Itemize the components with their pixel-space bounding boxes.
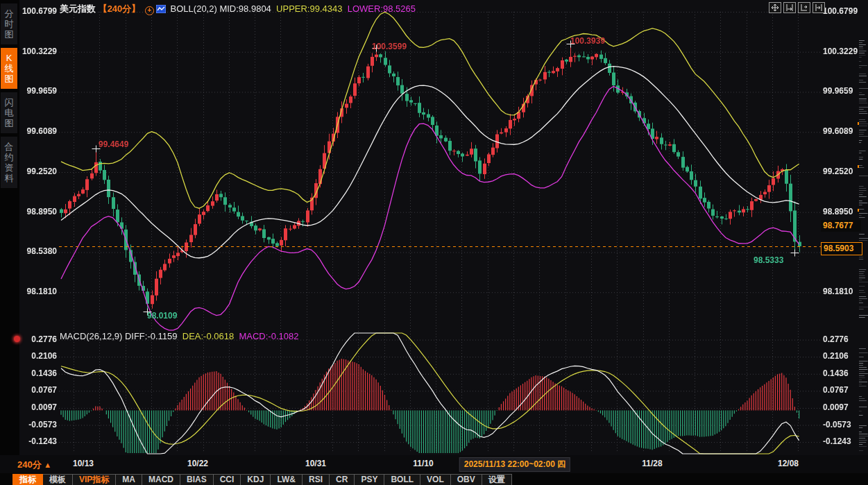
- price-tick-left: 99.9659: [21, 86, 57, 96]
- price-tick-right: 99.6089: [823, 126, 853, 136]
- sidebar-tab-闪电图[interactable]: 闪电图: [1, 92, 17, 133]
- sidebar-tab-分时图[interactable]: 分时图: [1, 3, 17, 44]
- price-tick-right: 100.3229: [823, 46, 858, 56]
- macd-tick-left: 0.2106: [21, 351, 57, 361]
- macd-tick-left: 0.0767: [21, 385, 57, 395]
- macd-tick-left: 0.2776: [21, 334, 57, 344]
- move-tool-icon[interactable]: [769, 2, 781, 13]
- left-sidebar: 分时图K线图闪电图合约资料: [0, 0, 19, 485]
- price-tick-left: 100.3229: [21, 46, 57, 56]
- toolbar-button-PSY[interactable]: PSY: [355, 474, 384, 485]
- toolbar-button-模板[interactable]: 模板: [43, 474, 73, 485]
- indicator-toolbar: 指标模板VIP指标MAMACDBIASCCIKDJLW&RSICRPSYBOLL…: [0, 473, 868, 485]
- macd-tick-right: -0.1243: [823, 436, 851, 446]
- macd-tick-right: 0.1436: [823, 368, 849, 378]
- price-annotation: 98.0109: [147, 311, 177, 321]
- price-tick-right: 99.9659: [823, 86, 853, 96]
- crosshair-time-label: 2025/11/13 22:00~02:00 四: [459, 457, 570, 472]
- price-annotation: 98.5333: [754, 255, 783, 265]
- pan-right-icon[interactable]: [798, 2, 810, 13]
- macd-tick-left: 0.0097: [21, 402, 57, 412]
- boll-upper-value: UPPER:99.4343: [276, 3, 342, 14]
- boll-mid-value: MID:98.9804: [219, 3, 271, 14]
- sidebar-tab-合约资料[interactable]: 合约资料: [1, 137, 17, 188]
- chart-legend: 美元指数 【240分】 + BOLL(20,2) MID:98.9804 UPP…: [60, 3, 416, 15]
- toolbar-button-CCI[interactable]: CCI: [214, 474, 241, 485]
- price-tick-left: 98.8950: [21, 207, 57, 216]
- toolbar-button-MACD[interactable]: MACD: [142, 474, 180, 485]
- time-axis-row: 240分 ▲ 10/1310/2210/3111/102025/11/13 22…: [0, 455, 868, 473]
- price-tick-left: 98.5380: [21, 246, 57, 256]
- macd-tick-right: -0.0573: [823, 420, 851, 429]
- price-tick-right: 100.6799: [823, 6, 858, 16]
- boll-label[interactable]: BOLL(20,2): [171, 3, 217, 14]
- macd-tick-left: 0.1436: [21, 368, 57, 378]
- mini-chart-icon: [156, 5, 166, 13]
- date-label: 11/10: [413, 459, 433, 468]
- chart-application-window: 分时图K线图闪电图合约资料 美元指数 【240分】 + BOLL(20,2) M…: [0, 0, 868, 485]
- last-price-label: 98.5903: [821, 242, 862, 255]
- toolbar-button-VOL[interactable]: VOL: [420, 474, 451, 485]
- price-tick-right: 98.8950: [823, 207, 853, 216]
- price-tick-right: 98.1810: [823, 287, 853, 296]
- toolbar-button-LW&[interactable]: LW&: [271, 474, 303, 485]
- add-indicator-icon[interactable]: +: [145, 6, 154, 15]
- chart-tool-icons: [769, 2, 825, 13]
- fit-y-axis-icon[interactable]: [783, 2, 796, 13]
- macd-tick-right: 0.0097: [823, 402, 849, 412]
- price-annotation: 100.3599: [372, 42, 407, 51]
- boll-lower-value: LOWER:98.5265: [348, 3, 416, 14]
- price-tick-left: 98.1810: [21, 287, 57, 296]
- toolbar-button-设置[interactable]: 设置: [482, 474, 512, 485]
- period-badge[interactable]: 【240分】: [99, 3, 141, 14]
- price-tick-right: 99.2520: [823, 167, 853, 176]
- sidebar-tab-K线图[interactable]: K线图: [1, 48, 17, 89]
- macd-diff-value: MACD(26,12,9) DIFF:-0.1159: [60, 331, 178, 341]
- price-tick-left: 100.6799: [21, 6, 57, 16]
- toolbar-button-OBV[interactable]: OBV: [451, 474, 482, 485]
- chart-canvas[interactable]: [0, 0, 868, 485]
- toolbar-button-CR[interactable]: CR: [330, 474, 355, 485]
- toolbar-button-BOLL[interactable]: BOLL: [384, 474, 420, 485]
- period-selector[interactable]: 240分 ▲: [17, 459, 51, 471]
- date-label: 10/13: [73, 459, 94, 468]
- period-dropdown-icon[interactable]: ▲: [44, 461, 51, 469]
- toolbar-button-BIAS[interactable]: BIAS: [180, 474, 214, 485]
- date-label: 12/08: [778, 459, 799, 468]
- macd-tick-left: -0.1243: [21, 436, 57, 446]
- toolbar-button-RSI[interactable]: RSI: [303, 474, 330, 485]
- toolbar-button-VIP指标[interactable]: VIP指标: [73, 474, 116, 485]
- date-label: 11/28: [642, 459, 662, 468]
- price-tick-left: 99.2520: [21, 167, 57, 176]
- date-label: 10/22: [187, 459, 208, 468]
- macd-dea-value: DEA:-0.0618: [182, 331, 234, 341]
- indicator-settings-icon[interactable]: [14, 336, 20, 342]
- price-annotation: 100.3939: [570, 36, 605, 46]
- toolbar-button-MA[interactable]: MA: [116, 474, 142, 485]
- price-annotation: 99.4649: [99, 139, 128, 149]
- macd-tick-right: 0.2106: [823, 351, 849, 361]
- price-tick-left: 99.6089: [21, 126, 57, 136]
- toolbar-button-KDJ[interactable]: KDJ: [241, 474, 271, 485]
- toolbar-button-指标[interactable]: 指标: [12, 474, 43, 485]
- bid-price-label: 98.7677: [821, 220, 861, 232]
- macd-tick-left: -0.0573: [21, 420, 57, 429]
- macd-tick-right: 0.0767: [823, 385, 849, 395]
- macd-tick-right: 0.2776: [823, 334, 849, 344]
- macd-legend: MACD(26,12,9) DIFF:-0.1159 DEA:-0.0618 M…: [60, 331, 298, 341]
- date-label: 10/31: [305, 459, 326, 468]
- macd-hist-value: MACD:-0.1082: [239, 331, 298, 341]
- symbol-title: 美元指数: [60, 3, 96, 14]
- shift-data-icon[interactable]: [812, 2, 825, 13]
